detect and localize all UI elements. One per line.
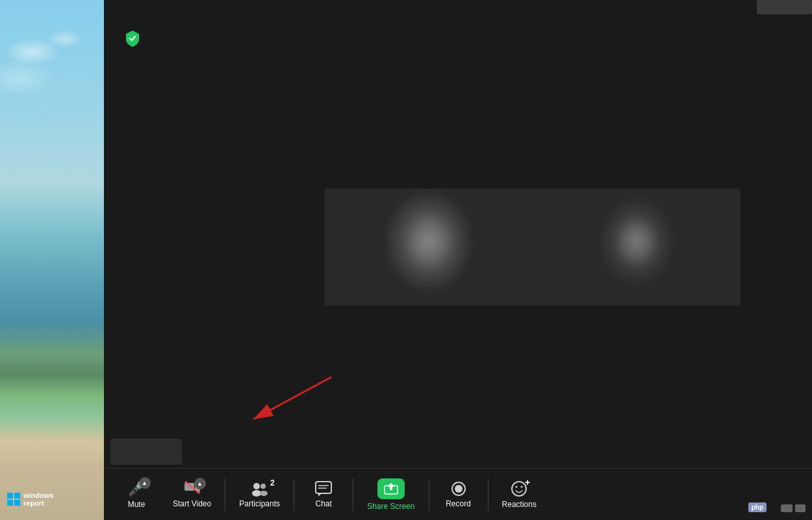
red-arrow-annotation xyxy=(221,370,351,436)
share-screen-label: Share Screen xyxy=(367,502,414,511)
chat-button[interactable]: Chat xyxy=(298,476,349,514)
windows-report-text-2: report xyxy=(23,499,53,507)
tray-icon-1 xyxy=(781,504,793,512)
svg-point-22 xyxy=(516,486,518,488)
svg-point-12 xyxy=(260,491,268,496)
share-screen-button[interactable]: Share Screen xyxy=(357,473,425,516)
tray-icon-2 xyxy=(795,504,806,512)
php-badge: php xyxy=(748,502,767,512)
reactions-label: Reactions xyxy=(502,500,537,509)
mute-button[interactable]: 🎤 ▲ Mute xyxy=(110,475,162,514)
svg-point-23 xyxy=(521,486,523,488)
svg-point-9 xyxy=(253,483,260,489)
mute-label: Mute xyxy=(128,500,146,509)
video-thumb-1 xyxy=(328,192,529,302)
record-button[interactable]: Record xyxy=(433,476,485,514)
share-screen-icon xyxy=(384,482,398,495)
main-video-area xyxy=(325,188,741,306)
chat-icon xyxy=(315,481,332,497)
participants-count: 2 xyxy=(270,478,275,488)
toolbar-separator-3 xyxy=(353,478,353,511)
svg-rect-0 xyxy=(7,493,13,499)
svg-rect-1 xyxy=(14,493,20,499)
reactions-plus-icon: + xyxy=(525,478,530,487)
svg-rect-2 xyxy=(7,500,13,506)
svg-rect-13 xyxy=(316,482,331,493)
reactions-button[interactable]: + Reactions xyxy=(492,475,547,514)
windows-report-text-1: windows xyxy=(23,491,53,499)
participants-icon xyxy=(250,481,270,497)
chat-label: Chat xyxy=(315,499,331,508)
video-thumb-2 xyxy=(536,192,737,302)
mute-chevron[interactable]: ▲ xyxy=(139,477,151,489)
svg-rect-3 xyxy=(14,500,20,506)
start-video-label: Start Video xyxy=(173,499,211,508)
svg-point-11 xyxy=(260,484,266,489)
small-video-thumbnail xyxy=(757,0,812,14)
participants-button[interactable]: 2 Participants xyxy=(229,476,290,514)
zoom-window: 🎤 ▲ Mute ▲ Start Video xyxy=(104,0,812,520)
record-icon xyxy=(451,481,466,497)
system-tray xyxy=(781,504,806,512)
windows-report-logo: windows report xyxy=(6,491,97,507)
toolbar-separator-5 xyxy=(488,478,488,511)
svg-line-5 xyxy=(253,377,331,419)
wallpaper-overlay xyxy=(0,0,104,520)
toolbar-separator-2 xyxy=(294,478,294,511)
security-shield[interactable] xyxy=(123,29,142,47)
svg-point-20 xyxy=(455,485,463,493)
record-label: Record xyxy=(446,499,471,508)
toolbar-separator-1 xyxy=(225,478,225,511)
svg-marker-16 xyxy=(318,493,322,497)
toolbar-separator-4 xyxy=(429,478,429,511)
windows-logo-icon xyxy=(6,492,21,506)
start-video-button[interactable]: ▲ Start Video xyxy=(162,476,222,514)
participants-label: Participants xyxy=(239,499,280,508)
toolbar: 🎤 ▲ Mute ▲ Start Video xyxy=(104,468,812,520)
share-screen-icon-wrap xyxy=(377,478,405,499)
small-preview xyxy=(110,439,182,465)
video-chevron[interactable]: ▲ xyxy=(194,478,206,489)
svg-marker-18 xyxy=(387,483,395,490)
desktop-wallpaper xyxy=(0,0,104,520)
svg-point-21 xyxy=(512,482,526,496)
svg-point-10 xyxy=(252,490,261,497)
